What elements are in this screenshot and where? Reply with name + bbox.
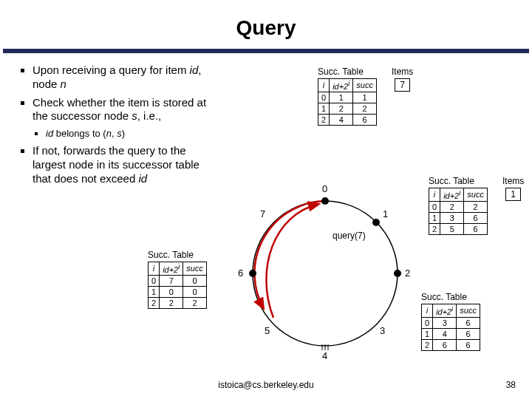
bullet-2: Check whether the item is stored at the … [33,96,220,124]
succ-table-caption: Succ. Table [429,176,488,186]
ring-label-3: 3 [380,325,385,336]
query-label: query(7) [332,231,366,241]
succ-table-node6: Succ. Table iid+2isucc 070 100 222 [148,250,207,309]
ring-label-6: 6 [238,267,243,279]
ring-nodes: 0 1 2 3 4 5 6 7 query(7) [222,170,429,362]
node-dot-2 [394,270,401,277]
succ-table-caption: Succ. Table [318,66,377,77]
succ-table: iid+2isucc 011 122 246 [318,78,377,126]
node-dot-1 [372,219,380,226]
node-dot-6 [249,270,256,277]
ring-label-2: 2 [405,267,410,279]
bullet-1: Upon receiving a query for item id, node… [33,64,220,92]
footer-email: istoica@cs.berkeley.edu [0,380,532,390]
bullet-3: If not, forwards the query to the larges… [33,144,220,185]
ring-label-0: 0 [322,183,327,194]
ring-label-1: 1 [383,208,388,219]
ring-label-4: 4 [322,350,327,361]
sub-bullet: id belongs to (n, s) [46,128,220,140]
ring-label-7: 7 [260,208,265,219]
ring-label-5: 5 [265,325,270,336]
items-caption: Items [502,176,524,186]
items-node1: Items 1 [502,176,524,201]
items-node0: Items 7 [392,66,413,92]
succ-table-caption: Succ. Table [148,250,207,260]
succ-table-caption: Succ. Table [421,292,480,302]
node-dot-0 [321,197,329,205]
page-title: Query [0,0,532,40]
succ-table-node0: Succ. Table iid+2isucc 011 122 246 [318,66,377,126]
items-value: 7 [395,78,410,92]
slide: Query Upon receiving a query for item id… [0,0,532,399]
items-caption: Items [392,66,413,77]
succ-table-node2: Succ. Table iid+2isucc 036 146 266 [421,292,480,351]
bullet-list: Upon receiving a query for item id, node… [21,64,220,191]
title-rule [3,49,529,53]
succ-table-node1: Succ. Table iid+2isucc 022 136 256 [429,176,488,235]
page-number: 38 [506,380,516,390]
items-value: 1 [505,188,521,201]
